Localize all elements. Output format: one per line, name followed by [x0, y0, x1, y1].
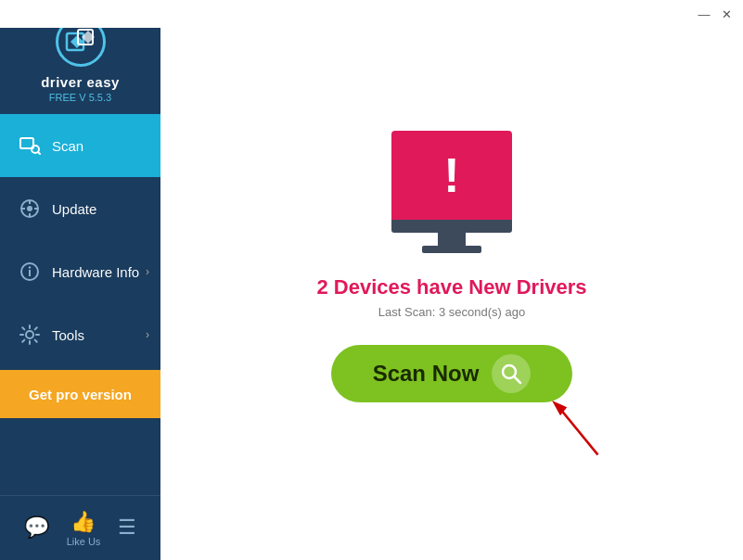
hardware-info-nav-icon: [17, 259, 43, 285]
get-pro-label: Get pro version: [29, 387, 132, 402]
sidebar-item-hardware-info[interactable]: Hardware Info ›: [0, 240, 160, 303]
like-us-label: Like Us: [67, 536, 101, 547]
sidebar-update-label: Update: [52, 201, 96, 217]
tools-nav-icon: [17, 322, 43, 348]
sidebar-tools-label: Tools: [52, 327, 84, 343]
svg-point-6: [27, 206, 32, 211]
svg-line-17: [560, 409, 598, 455]
like-us-button[interactable]: 👍 Like Us: [67, 510, 101, 547]
status-sub: Last Scan: 3 second(s) ago: [378, 305, 525, 319]
hardware-chevron-icon: ›: [146, 265, 149, 278]
scan-now-label: Scan Now: [373, 361, 480, 387]
sidebar-item-scan[interactable]: Scan: [0, 114, 160, 177]
pointer-arrow: [535, 384, 619, 467]
sidebar-bottom: 💬 👍 Like Us ☰: [0, 495, 160, 560]
monitor-stand: [438, 233, 466, 246]
sidebar-scan-label: Scan: [52, 138, 83, 154]
svg-line-16: [515, 376, 521, 383]
app-name: driver easy: [41, 74, 120, 90]
thumb-up-icon: 👍: [70, 510, 96, 534]
tools-chevron-icon: ›: [146, 328, 149, 341]
svg-point-13: [29, 266, 31, 268]
scan-now-search-icon: [492, 354, 531, 393]
main-content: ! 2 Devices have New Drivers Last Scan: …: [160, 28, 743, 560]
sidebar: driver easy FREE V 5.5.3 Scan Update: [0, 0, 160, 560]
monitor-base: [422, 246, 481, 253]
chat-button[interactable]: 💬: [24, 515, 49, 541]
scan-nav-icon: [17, 133, 43, 159]
update-nav-icon: [17, 196, 43, 222]
monitor-screen: !: [391, 131, 512, 220]
scan-button-area: Scan Now: [331, 345, 572, 402]
menu-button[interactable]: ☰: [118, 515, 136, 541]
monitor-bezel: [391, 220, 512, 233]
title-bar: — ✕: [0, 0, 743, 28]
sidebar-hardware-label: Hardware Info: [52, 264, 139, 280]
app-version: FREE V 5.5.3: [49, 92, 111, 103]
sidebar-item-update[interactable]: Update: [0, 177, 160, 240]
minimize-button[interactable]: —: [695, 5, 713, 23]
monitor-illustration: !: [391, 131, 512, 253]
menu-icon: ☰: [118, 515, 136, 540]
status-heading: 2 Devices have New Drivers: [316, 275, 586, 299]
chat-icon: 💬: [24, 515, 49, 540]
close-button[interactable]: ✕: [717, 5, 736, 23]
sidebar-item-tools[interactable]: Tools ›: [0, 303, 160, 366]
svg-line-4: [38, 152, 40, 154]
svg-point-14: [26, 331, 33, 338]
get-pro-button[interactable]: Get pro version: [0, 370, 160, 418]
exclamation-icon: !: [443, 151, 459, 199]
